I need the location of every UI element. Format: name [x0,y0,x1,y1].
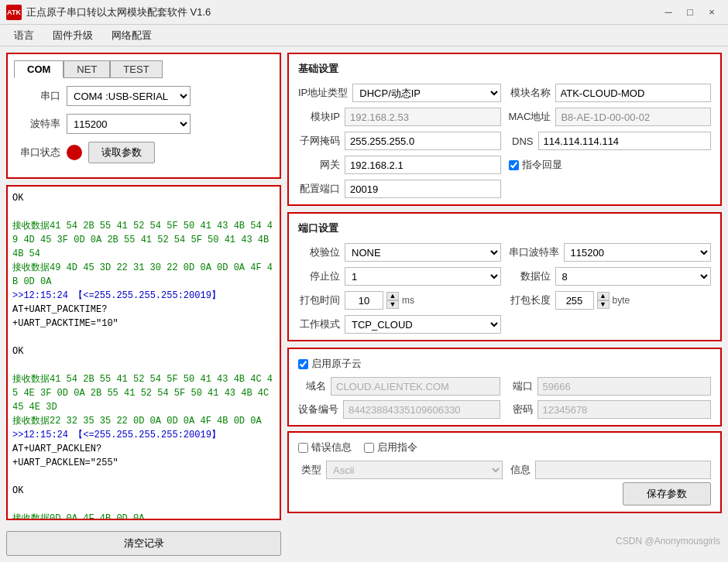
parity-select[interactable]: NONE [345,243,501,262]
com-settings-box: COM NET TEST 串口 COM4 :USB-SERIAL 波特率 115… [6,53,281,179]
log-line: 接收数据0D 0A 4F 4B 0D 0A [12,512,275,520]
gateway-label: 网关 [298,158,340,172]
enable-cmd-label[interactable]: 启用指令 [364,440,417,454]
window-controls: ─ □ × [658,5,722,20]
pack-time-row: 打包时间 ▲ ▼ ms [298,291,501,310]
parity-row: 校验位 NONE [298,243,501,262]
enable-cmd-checkbox[interactable] [364,443,374,453]
error-checkboxes: 错误信息 启用指令 [298,440,711,454]
menu-network[interactable]: 网络配置 [104,26,160,45]
ip-type-row: IP地址类型 DHCP/动态IP [298,84,501,102]
ip-type-label: IP地址类型 [298,86,348,100]
baud-rate-select[interactable]: 115200 [67,114,191,134]
cloud-header: 启用原子云 [298,357,711,371]
cmd-echo-label[interactable]: 指令回显 [509,158,562,172]
tab-bar: COM NET TEST [14,60,273,78]
pack-len-label: 打包长度 [509,293,551,307]
cmd-echo-checkbox[interactable] [509,160,519,170]
pack-time-spinner-btns: ▲ ▼ [386,292,399,309]
cloud-device-label: 设备编号 [298,403,338,416]
serial-baud-select[interactable]: 115200 [564,243,712,262]
cloud-port-label: 端口 [510,379,533,393]
basic-settings-box: 基础设置 IP地址类型 DHCP/动态IP 模块名称 模块IP MA [287,53,722,206]
cloud-domain-row: 域名 [298,377,500,396]
log-area: OK 接收数据41 54 2B 55 41 52 54 5F 50 41 43 … [6,185,281,520]
clear-log-button[interactable]: 清空记录 [6,531,281,556]
error-info-input [535,461,712,479]
serial-baud-label: 串口波特率 [509,245,559,259]
dns-input[interactable] [538,132,712,150]
menu-language[interactable]: 语言 [6,26,42,45]
stop-bit-row: 停止位 1 [298,267,501,286]
footer-bar: 保存参数 [298,479,711,505]
pack-len-input[interactable] [555,291,594,310]
serial-port-select[interactable]: COM4 :USB-SERIAL [67,86,191,106]
cloud-device-row: 设备编号 [298,400,500,419]
baud-rate-row: 波特率 115200 [14,114,273,134]
config-port-input[interactable] [345,180,501,198]
app-icon: ATK [6,5,22,20]
close-button[interactable]: × [702,5,722,20]
pack-len-row: 打包长度 ▲ ▼ byte [509,291,712,310]
stop-bit-label: 停止位 [298,269,340,283]
ip-type-select[interactable]: DHCP/动态IP [352,84,500,102]
tab-com[interactable]: COM [14,60,64,78]
work-mode-select[interactable]: TCP_CLOUD [345,315,501,334]
log-line: AT+UART_PACKTIME? [12,303,275,317]
error-section-box: 错误信息 启用指令 类型 Ascii 信息 [287,431,722,513]
module-ip-label: 模块IP [298,110,340,124]
port-settings-title: 端口设置 [298,221,711,235]
title-bar: ATK 正点原子串口转以太网模块配套软件 V1.6 ─ □ × [0,0,728,25]
stop-bit-select[interactable]: 1 [345,267,501,286]
minimize-button[interactable]: ─ [658,5,678,20]
data-bit-row: 数据位 8 [509,267,712,286]
title-bar-left: ATK 正点原子串口转以太网模块配套软件 V1.6 [6,5,211,20]
mac-addr-input [555,108,711,126]
pack-time-input[interactable] [345,291,383,310]
log-line: +UART_PACKTIME="10" [12,317,275,331]
pack-len-unit: byte [613,295,630,306]
data-bit-select[interactable]: 8 [555,267,712,286]
log-line: 接收数据41 54 2B 55 41 52 54 5F 50 41 43 4B … [12,372,275,414]
pack-len-spinner-btns: ▲ ▼ [597,292,610,309]
cloud-port-input [537,377,712,396]
cloud-domain-label: 域名 [298,379,326,393]
cloud-password-input [537,400,712,419]
gateway-row: 网关 [298,156,501,174]
cloud-enable-label[interactable]: 启用原子云 [298,357,362,371]
module-ip-input [345,108,501,126]
maximize-button[interactable]: □ [680,5,700,20]
tab-net[interactable]: NET [64,60,110,78]
pack-time-label: 打包时间 [298,293,340,307]
dns-row: DNS [509,132,712,150]
save-params-button[interactable]: 保存参数 [623,482,711,505]
pack-time-up[interactable]: ▲ [386,292,399,300]
menu-bar: 语言 固件升级 网络配置 [0,25,728,46]
mac-addr-row: MAC地址 [509,108,712,126]
serial-port-label: 串口 [14,89,60,103]
subnet-input[interactable] [345,132,501,150]
module-name-label: 模块名称 [509,86,551,100]
left-panel: COM NET TEST 串口 COM4 :USB-SERIAL 波特率 115… [6,53,281,556]
log-line: >>12:15:24 【<=255.255.255.255:20019】 [12,428,275,442]
menu-firmware[interactable]: 固件升级 [45,26,101,45]
gateway-input[interactable] [345,156,501,174]
pack-len-up[interactable]: ▲ [597,292,610,300]
parity-label: 校验位 [298,245,340,259]
module-ip-row: 模块IP [298,108,501,126]
pack-time-spinner: ▲ ▼ ms [345,291,414,310]
module-name-input[interactable] [555,84,712,102]
tab-test[interactable]: TEST [110,60,162,78]
main-content: COM NET TEST 串口 COM4 :USB-SERIAL 波特率 115… [0,46,728,562]
subnet-label: 子网掩码 [298,134,340,148]
config-port-label: 配置端口 [298,182,340,196]
error-type-select: Ascii [326,461,503,479]
read-params-button[interactable]: 读取参数 [88,142,155,163]
pack-time-down[interactable]: ▼ [386,300,399,309]
pack-len-down[interactable]: ▼ [597,300,610,309]
error-info-label[interactable]: 错误信息 [298,440,352,454]
module-name-row: 模块名称 [509,84,712,102]
error-info-checkbox[interactable] [298,443,308,453]
cloud-enable-checkbox[interactable] [298,359,308,369]
dns-label: DNS [509,135,534,147]
